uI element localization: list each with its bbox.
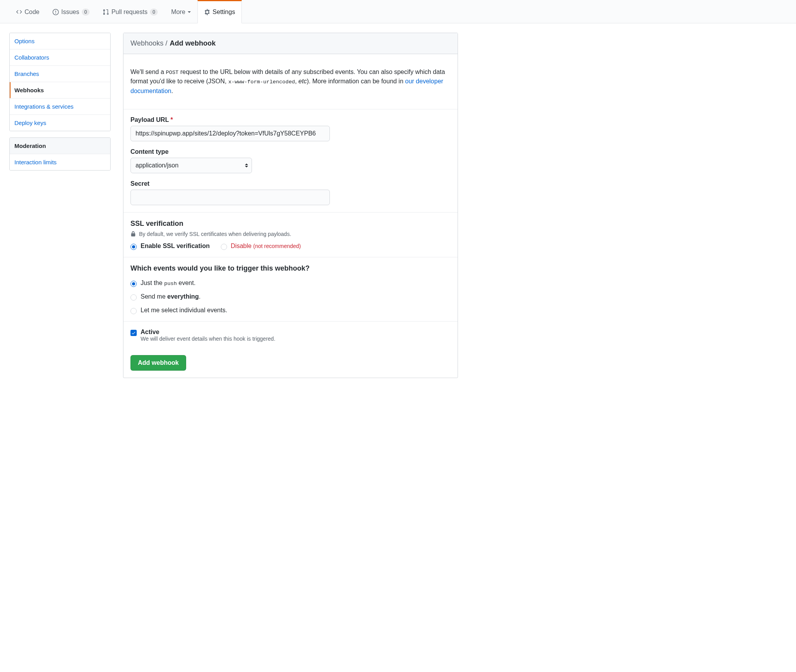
tab-pulls[interactable]: Pull requests 0 (96, 0, 164, 23)
events-heading: Which events would you like to trigger t… (130, 264, 451, 273)
secret-input[interactable] (130, 190, 330, 205)
content-type-label: Content type (130, 148, 451, 155)
ssl-enable-radio[interactable] (130, 244, 137, 250)
tab-pulls-label: Pull requests (111, 9, 148, 16)
tab-issues[interactable]: Issues 0 (46, 0, 96, 23)
sidebar-item-branches[interactable]: Branches (10, 66, 110, 82)
tab-code-label: Code (25, 9, 39, 16)
webhook-panel: Webhooks Add webhook We'll send a POST r… (123, 33, 458, 378)
check-icon (131, 331, 136, 335)
form-section: Payload URL * Content type application/j… (123, 109, 458, 213)
sidebar-item-integrations[interactable]: Integrations & services (10, 99, 110, 115)
gear-icon (204, 9, 210, 15)
events-just-push-label[interactable]: Just the push event. (141, 280, 195, 287)
pulls-count: 0 (150, 9, 158, 16)
required-asterisk: * (171, 116, 173, 123)
ssl-disable-label[interactable]: Disable (not recommended) (231, 243, 301, 250)
active-desc: We will deliver event details when this … (141, 336, 275, 342)
events-section: Which events would you like to trigger t… (123, 257, 458, 322)
settings-sidebar: Options Collaborators Branches Webhooks … (9, 33, 111, 378)
lock-icon (130, 231, 136, 237)
tab-issues-label: Issues (61, 9, 79, 16)
events-individual-label[interactable]: Let me select individual events. (141, 307, 227, 314)
breadcrumb-parent[interactable]: Webhooks (130, 39, 167, 47)
intro-text: We'll send a POST request to the URL bel… (130, 67, 451, 96)
active-label[interactable]: Active (141, 329, 275, 336)
page-container: Options Collaborators Branches Webhooks … (0, 23, 467, 387)
sidebar-heading-moderation: Moderation (10, 138, 110, 154)
chevron-down-icon (188, 11, 191, 14)
sidebar-item-options[interactable]: Options (10, 33, 110, 49)
payload-url-label: Payload URL * (130, 116, 451, 123)
ssl-section: SSL verification By default, we verify S… (123, 213, 458, 257)
sidebar-item-deploy-keys[interactable]: Deploy keys (10, 115, 110, 131)
tab-more-label: More (171, 9, 185, 16)
sidebar-menu-moderation: Moderation Interaction limits (9, 137, 111, 171)
tab-more[interactable]: More (164, 0, 197, 23)
payload-url-input[interactable] (130, 126, 330, 141)
add-webhook-button[interactable]: Add webhook (130, 355, 186, 371)
post-code: POST (166, 70, 179, 76)
content-type-select[interactable]: application/json (130, 158, 252, 173)
sidebar-menu-main: Options Collaborators Branches Webhooks … (9, 33, 111, 131)
breadcrumb: Webhooks Add webhook (123, 33, 458, 54)
breadcrumb-current: Add webhook (170, 39, 216, 47)
tab-settings[interactable]: Settings (197, 0, 242, 23)
issue-icon (53, 9, 59, 15)
events-everything-label[interactable]: Send me everything. (141, 293, 201, 300)
sidebar-item-interaction-limits[interactable]: Interaction limits (10, 154, 110, 170)
urlenc-code: x-www-form-urlencoded (228, 79, 295, 85)
code-icon (16, 9, 22, 15)
tab-settings-label: Settings (213, 9, 235, 16)
secret-label: Secret (130, 180, 451, 187)
ssl-enable-label[interactable]: Enable SSL verification (141, 243, 210, 250)
ssl-heading: SSL verification (130, 220, 451, 228)
active-checkbox[interactable] (130, 330, 137, 336)
ssl-disable-radio[interactable] (221, 244, 227, 250)
pull-request-icon (103, 9, 109, 15)
repo-subnav: Code Issues 0 Pull requests 0 More Setti… (0, 0, 796, 23)
ssl-note: By default, we verify SSL certificates w… (130, 231, 451, 237)
tab-code[interactable]: Code (9, 0, 46, 23)
events-individual-radio[interactable] (130, 308, 137, 314)
intro-section: We'll send a POST request to the URL bel… (123, 54, 458, 109)
issues-count: 0 (82, 9, 90, 16)
events-everything-radio[interactable] (130, 294, 137, 301)
events-just-push-radio[interactable] (130, 281, 137, 287)
sidebar-item-webhooks[interactable]: Webhooks (10, 82, 110, 99)
sidebar-item-collaborators[interactable]: Collaborators (10, 49, 110, 66)
active-section: Active We will deliver event details whe… (123, 322, 458, 378)
main-content: Webhooks Add webhook We'll send a POST r… (123, 33, 458, 378)
